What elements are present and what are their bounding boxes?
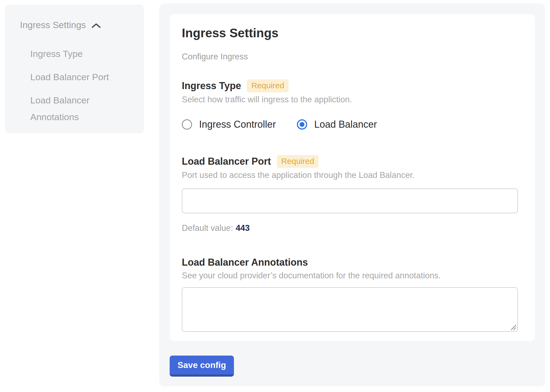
radio-option-load-balancer[interactable]: Load Balancer — [297, 119, 377, 130]
radio-ingress-controller[interactable] — [182, 119, 192, 130]
section-ingress-type: Ingress Type Required Select how traffic… — [182, 79, 523, 130]
main-panel: Ingress Settings Configure Ingress Ingre… — [159, 4, 545, 386]
lb-port-heading: Load Balancer Port — [182, 156, 271, 167]
lb-annotations-heading: Load Balancer Annotations — [182, 256, 308, 268]
radio-label-ingress-controller: Ingress Controller — [199, 119, 276, 130]
sidebar-section-toggle[interactable]: Ingress Settings — [20, 20, 133, 30]
lb-port-description: Port used to access the application thro… — [182, 170, 523, 180]
ingress-settings-card: Ingress Settings Configure Ingress Ingre… — [170, 14, 535, 341]
radio-option-ingress-controller[interactable]: Ingress Controller — [182, 119, 276, 130]
settings-sidebar: Ingress Settings Ingress Type Load Balan… — [5, 5, 144, 133]
sidebar-nav-list: Ingress Type Load Balancer Port Load Bal… — [30, 45, 133, 125]
sidebar-section-label: Ingress Settings — [20, 20, 86, 30]
ingress-type-radio-group: Ingress Controller Load Balancer — [182, 119, 523, 130]
sidebar-item-load-balancer-annotations[interactable]: Load Balancer Annotations — [30, 92, 117, 125]
default-value-prefix: Default value: — [182, 223, 233, 233]
sidebar-item-load-balancer-port[interactable]: Load Balancer Port — [30, 69, 117, 85]
ingress-type-heading: Ingress Type — [182, 80, 241, 92]
section-load-balancer-annotations: Load Balancer Annotations See your cloud… — [182, 256, 523, 332]
ingress-type-description: Select how traffic will ingress to the a… — [182, 94, 523, 105]
save-config-button[interactable]: Save config — [170, 356, 234, 377]
chevron-up-icon — [91, 22, 101, 29]
required-badge: Required — [247, 79, 289, 92]
default-value: 443 — [236, 223, 250, 233]
resize-handle-icon[interactable] — [510, 324, 517, 330]
default-value-line: Default value:443 — [182, 223, 523, 233]
page-title: Ingress Settings — [182, 26, 523, 40]
radio-label-load-balancer: Load Balancer — [314, 119, 377, 130]
lb-annotations-description: See your cloud provider’s documentation … — [182, 271, 523, 281]
load-balancer-port-input[interactable] — [182, 188, 518, 213]
sidebar-item-ingress-type[interactable]: Ingress Type — [30, 45, 117, 62]
lb-annotations-textarea-wrap — [182, 287, 518, 332]
radio-load-balancer[interactable] — [297, 119, 307, 130]
required-badge: Required — [277, 155, 318, 168]
load-balancer-annotations-textarea[interactable] — [182, 287, 518, 332]
section-load-balancer-port: Load Balancer Port Required Port used to… — [182, 155, 523, 233]
page-subtitle: Configure Ingress — [182, 52, 523, 62]
